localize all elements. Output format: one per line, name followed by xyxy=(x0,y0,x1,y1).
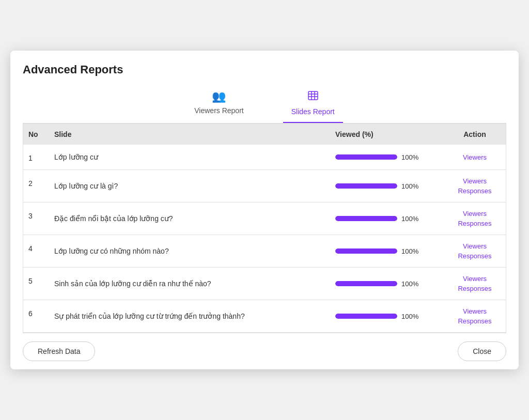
col-action: Action xyxy=(444,124,506,145)
refresh-data-button[interactable]: Refresh Data xyxy=(23,341,95,361)
table-row: 4Lớp lưỡng cư có những nhóm nào?100%View… xyxy=(23,235,506,268)
action-link-viewers[interactable]: Viewers xyxy=(463,275,487,283)
row-viewed: 100% xyxy=(330,300,444,333)
row-no: 2 xyxy=(23,170,49,203)
row-no: 3 xyxy=(23,203,49,235)
row-no: 5 xyxy=(23,268,49,300)
close-button[interactable]: Close xyxy=(458,341,506,361)
tab-viewers-label: Viewers Report xyxy=(194,106,243,115)
row-slide: Lớp lưỡng cư có những nhóm nào? xyxy=(49,235,330,268)
table-row: 5Sinh sản của lớp lưỡng cư diễn ra như t… xyxy=(23,268,506,300)
tab-viewers[interactable]: 👥 Viewers Report xyxy=(186,86,252,123)
action-link-responses[interactable]: Responses xyxy=(458,187,491,195)
page-title: Advanced Reports xyxy=(23,63,506,76)
row-viewed: 100% xyxy=(330,268,444,300)
row-viewed: 100% xyxy=(330,170,444,203)
table-row: 6Sự phát triển của lớp lưỡng cư từ trứng… xyxy=(23,300,506,333)
action-link-responses[interactable]: Responses xyxy=(458,285,491,292)
row-slide: Sự phát triển của lớp lưỡng cư từ trứng … xyxy=(49,300,330,333)
action-link-viewers[interactable]: Viewers xyxy=(463,210,487,217)
row-viewed: 100% xyxy=(330,145,444,170)
row-action: ViewersResponses xyxy=(444,235,506,268)
row-pct-label: 100% xyxy=(401,313,420,320)
advanced-reports-modal: Advanced Reports 👥 Viewers Report Slides… xyxy=(10,51,519,369)
action-link-responses[interactable]: Responses xyxy=(458,252,491,260)
row-action: ViewersResponses xyxy=(444,300,506,333)
row-action: Viewers xyxy=(444,145,506,170)
row-pct-label: 100% xyxy=(401,280,420,288)
table-row: 1Lớp lưỡng cư100%Viewers xyxy=(23,145,506,170)
table-row: 3Đặc điểm nổi bật của lớp lưỡng cư?100%V… xyxy=(23,203,506,235)
action-link-viewers[interactable]: Viewers xyxy=(463,307,487,315)
row-no: 1 xyxy=(23,145,49,170)
row-slide: Lớp lưỡng cư là gì? xyxy=(49,170,330,203)
slides-table-wrapper[interactable]: No Slide Viewed (%) Action 1Lớp lưỡng cư… xyxy=(23,123,506,333)
viewers-icon: 👥 xyxy=(212,90,226,103)
action-link-responses[interactable]: Responses xyxy=(458,317,491,325)
tab-bar: 👥 Viewers Report Slides Report xyxy=(23,86,506,123)
tab-slides-label: Slides Report xyxy=(291,107,335,116)
col-no: No xyxy=(23,124,49,145)
row-pct-label: 100% xyxy=(401,215,420,223)
row-no: 4 xyxy=(23,235,49,268)
row-pct-label: 100% xyxy=(401,182,420,190)
action-link-viewers[interactable]: Viewers xyxy=(463,242,487,250)
action-link-viewers[interactable]: Viewers xyxy=(463,153,487,161)
row-pct-label: 100% xyxy=(401,153,420,161)
row-slide: Lớp lưỡng cư xyxy=(49,145,330,170)
table-row: 2Lớp lưỡng cư là gì?100%ViewersResponses xyxy=(23,170,506,203)
col-viewed: Viewed (%) xyxy=(330,124,444,145)
tab-slides[interactable]: Slides Report xyxy=(283,86,343,123)
row-pct-label: 100% xyxy=(401,247,420,255)
col-slide: Slide xyxy=(49,124,330,145)
row-viewed: 100% xyxy=(330,235,444,268)
row-action: ViewersResponses xyxy=(444,268,506,300)
slides-table: No Slide Viewed (%) Action 1Lớp lưỡng cư… xyxy=(23,124,506,333)
row-slide: Sinh sản của lớp lưỡng cư diễn ra như th… xyxy=(49,268,330,300)
table-header-row: No Slide Viewed (%) Action xyxy=(23,124,506,145)
action-link-responses[interactable]: Responses xyxy=(458,220,491,227)
slides-icon xyxy=(307,90,319,104)
row-action: ViewersResponses xyxy=(444,170,506,203)
row-viewed: 100% xyxy=(330,203,444,235)
modal-footer: Refresh Data Close xyxy=(23,341,506,361)
row-action: ViewersResponses xyxy=(444,203,506,235)
action-link-viewers[interactable]: Viewers xyxy=(463,177,487,185)
row-slide: Đặc điểm nổi bật của lớp lưỡng cư? xyxy=(49,203,330,235)
row-no: 6 xyxy=(23,300,49,333)
svg-rect-0 xyxy=(308,91,318,100)
